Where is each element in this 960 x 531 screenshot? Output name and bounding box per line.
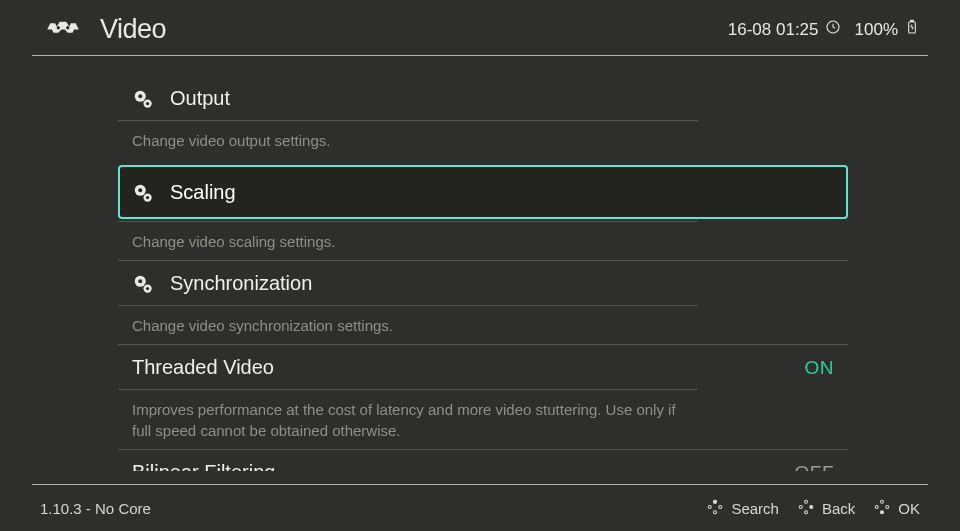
- svg-point-1: [66, 25, 69, 28]
- svg-point-27: [876, 505, 879, 508]
- retroarch-logo-icon: [44, 18, 82, 42]
- svg-point-19: [719, 505, 722, 508]
- menu-item-description: Improves performance at the cost of late…: [118, 389, 698, 449]
- svg-point-24: [810, 505, 813, 508]
- gears-icon: [132, 182, 154, 204]
- menu-item-value: ON: [805, 357, 835, 379]
- menu-item-synchronization[interactable]: Synchronization: [118, 260, 848, 305]
- status-text: 1.10.3 - No Core: [40, 500, 151, 517]
- svg-point-8: [146, 101, 149, 104]
- dpad-icon: [873, 498, 891, 519]
- menu-item-label: Synchronization: [170, 272, 312, 295]
- status-time: 16-08 01:25: [728, 19, 841, 40]
- settings-list: Output Change video output settings. Sca…: [118, 76, 848, 471]
- svg-point-16: [146, 286, 149, 289]
- hint-search: Search: [706, 498, 779, 519]
- hint-back: Back: [797, 498, 855, 519]
- hint-ok: OK: [873, 498, 920, 519]
- gears-icon: [132, 273, 154, 295]
- status-battery: 100%: [855, 19, 920, 40]
- battery-icon: [904, 19, 920, 40]
- header: Video 16-08 01:25 100%: [0, 0, 960, 55]
- footer: 1.10.3 - No Core Search Back OK: [0, 485, 960, 531]
- clock-icon: [825, 19, 841, 40]
- menu-item-output[interactable]: Output: [118, 76, 848, 120]
- svg-point-22: [804, 500, 807, 503]
- svg-point-14: [138, 279, 142, 283]
- svg-point-21: [714, 500, 717, 503]
- menu-item-label: Output: [170, 87, 230, 110]
- svg-point-6: [138, 94, 142, 98]
- menu-item-label: Scaling: [170, 181, 236, 204]
- dpad-icon: [706, 498, 724, 519]
- menu-item-bilinear-filtering[interactable]: Bilinear Filtering OFF: [118, 449, 848, 471]
- menu-item-threaded-video[interactable]: Threaded Video ON: [118, 344, 848, 389]
- svg-point-12: [146, 195, 149, 198]
- menu-item-label: Threaded Video: [132, 356, 274, 379]
- page-title: Video: [100, 14, 166, 45]
- svg-point-10: [138, 188, 142, 192]
- menu-item-description: Change video scaling settings.: [118, 221, 698, 260]
- menu-item-label: Bilinear Filtering: [132, 461, 275, 471]
- svg-point-20: [714, 510, 717, 513]
- gears-icon: [132, 88, 154, 110]
- svg-point-28: [886, 505, 889, 508]
- dpad-icon: [797, 498, 815, 519]
- menu-item-scaling[interactable]: Scaling: [118, 165, 848, 219]
- svg-point-25: [804, 510, 807, 513]
- menu-item-description: Change video synchronization settings.: [118, 305, 698, 344]
- menu-item-value: OFF: [795, 462, 835, 472]
- svg-point-26: [881, 500, 884, 503]
- svg-point-29: [881, 510, 884, 513]
- menu-item-description: Change video output settings.: [118, 120, 698, 159]
- svg-rect-4: [911, 20, 914, 21]
- svg-point-18: [709, 505, 712, 508]
- header-separator: [32, 55, 928, 56]
- svg-point-0: [57, 25, 60, 28]
- svg-point-23: [799, 505, 802, 508]
